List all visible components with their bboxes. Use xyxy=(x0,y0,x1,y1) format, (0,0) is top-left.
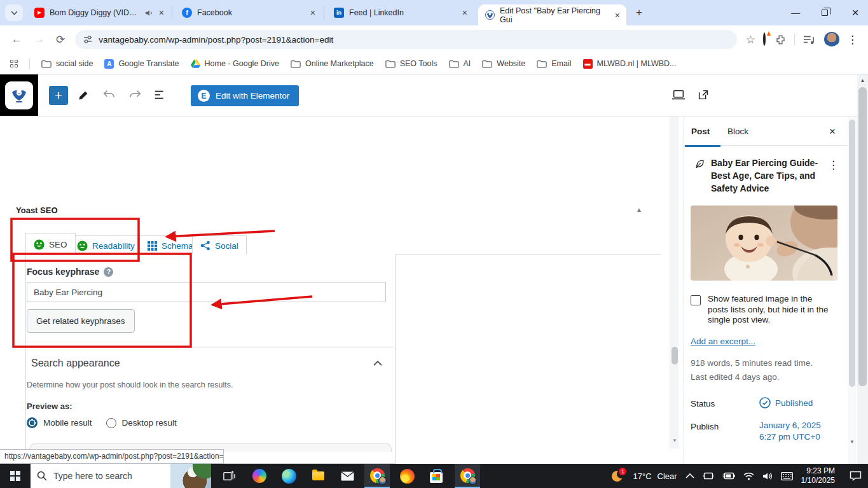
site-info-icon[interactable] xyxy=(83,34,93,45)
bookmark-google-translate[interactable]: A Google Translate xyxy=(104,59,179,69)
edit-with-elementor-button[interactable]: E Edit with Elementor xyxy=(191,85,299,106)
publish-date-link[interactable]: January 6, 2025 xyxy=(759,421,821,430)
extensions-puzzle-icon[interactable] xyxy=(775,34,787,46)
weather-temp[interactable]: 17°C xyxy=(633,471,651,481)
search-appearance-title[interactable]: Search appearance xyxy=(31,358,120,369)
bookmark-social-side[interactable]: social side xyxy=(41,59,93,68)
bookmark-email[interactable]: Email xyxy=(537,59,571,68)
url-text[interactable]: vantagebaby.com/wp-admin/post.php?post=2… xyxy=(99,35,333,45)
browser-menu-kebab-icon[interactable]: ⋮ xyxy=(847,33,858,46)
bookmark-ai[interactable]: AI xyxy=(449,59,471,68)
radio-desktop-result[interactable]: Desktop result xyxy=(106,418,177,428)
yoast-tab-readability[interactable]: Readability xyxy=(69,235,143,255)
site-logo[interactable] xyxy=(0,74,38,116)
get-related-keyphrases-button[interactable]: Get related keyphrases xyxy=(27,309,135,333)
scrollbar-thumb[interactable] xyxy=(672,347,678,365)
window-minimize-button[interactable]: — xyxy=(785,0,806,25)
scroll-down-icon[interactable]: ▼ xyxy=(848,439,857,445)
mail-button[interactable] xyxy=(334,464,360,488)
featured-image-checkbox-label[interactable]: Show featured image in the posts lists o… xyxy=(708,294,835,326)
status-value[interactable]: Published xyxy=(759,397,813,408)
microsoft-store-button[interactable] xyxy=(424,464,449,488)
battery-icon[interactable] xyxy=(722,472,735,480)
profile-avatar[interactable] xyxy=(824,32,839,47)
tab-facebook[interactable]: f Facebook × xyxy=(176,0,322,25)
scrollbar-thumb[interactable] xyxy=(849,120,855,387)
weather-moon-icon[interactable]: 1 xyxy=(612,470,624,482)
extension-flame-icon[interactable] xyxy=(763,34,766,45)
redo-icon[interactable] xyxy=(128,88,142,101)
chrome-profile2-button[interactable] xyxy=(455,464,480,488)
add-excerpt-link[interactable]: Add an excerpt... xyxy=(691,337,755,346)
yoast-tab-seo[interactable]: SEO xyxy=(25,233,76,255)
focus-keyphrase-input[interactable] xyxy=(27,282,386,302)
tab-close-icon[interactable]: × xyxy=(462,8,467,17)
audio-speaker-icon[interactable] xyxy=(145,9,154,17)
bookmark-online-marketplace[interactable]: Online Marketplace xyxy=(291,59,374,68)
copilot-button[interactable] xyxy=(247,464,272,488)
wifi-icon[interactable] xyxy=(743,472,754,480)
preview-external-icon[interactable] xyxy=(697,88,710,101)
radio-mobile-result[interactable]: Mobile result xyxy=(27,417,92,428)
start-button[interactable] xyxy=(0,464,31,488)
apps-grid-icon[interactable] xyxy=(10,60,18,67)
address-bar[interactable]: vantagebaby.com/wp-admin/post.php?post=2… xyxy=(75,30,737,49)
weather-condition[interactable]: Clear xyxy=(658,471,677,481)
window-restore-button[interactable] xyxy=(814,0,836,25)
tab-close-icon[interactable]: × xyxy=(310,8,315,17)
view-devices-icon[interactable] xyxy=(672,88,685,101)
chevron-up-icon[interactable] xyxy=(373,360,382,366)
list-view-icon[interactable] xyxy=(153,88,167,101)
screen-cast-icon[interactable] xyxy=(703,471,714,480)
tab-search-button[interactable] xyxy=(5,4,23,21)
yoast-metabox-title[interactable]: Yoast SEO xyxy=(16,206,58,215)
tools-pencil-icon[interactable] xyxy=(78,88,90,101)
file-explorer-button[interactable] xyxy=(305,464,331,488)
bookmark-google-drive[interactable]: Home - Google Drive xyxy=(191,59,279,68)
bookmark-website[interactable]: Website xyxy=(482,59,525,68)
featured-image[interactable] xyxy=(691,206,837,281)
bookmark-mlwbd[interactable]: ▬ MLWBD.nl | MLWBD... xyxy=(583,59,677,69)
tab-edit-post-active[interactable]: Edit Post "Baby Ear Piercing Gui × xyxy=(478,4,626,25)
tab-linkedin[interactable]: in Feed | LinkedIn × xyxy=(327,0,474,25)
tab-close-icon[interactable]: × xyxy=(615,11,620,20)
back-icon[interactable]: ← xyxy=(11,33,22,46)
tab-post[interactable]: Post xyxy=(691,127,710,136)
publish-time-link[interactable]: 6:27 pm UTC+0 xyxy=(759,432,820,442)
sidebar-scrollbar[interactable]: ▼ xyxy=(848,116,857,464)
chrome-profile1-button[interactable] xyxy=(364,464,390,488)
action-center-icon[interactable] xyxy=(850,471,862,481)
post-title[interactable]: Baby Ear Piercing Guide- Best Age, Care … xyxy=(711,157,823,195)
touch-keyboard-icon[interactable] xyxy=(781,472,793,480)
reading-list-icon[interactable] xyxy=(803,34,815,45)
close-sidebar-icon[interactable]: × xyxy=(829,125,836,138)
reload-icon[interactable]: ⟳ xyxy=(56,33,65,46)
window-close-button[interactable]: × xyxy=(844,0,866,25)
edge-button[interactable] xyxy=(276,464,301,488)
post-options-kebab-icon[interactable]: ⋮ xyxy=(828,158,839,172)
tab-block[interactable]: Block xyxy=(727,127,748,136)
taskbar-clock[interactable]: 9:23 PM 1/10/2025 xyxy=(801,466,835,485)
page-scrollbar[interactable]: ▲ xyxy=(857,74,868,464)
tab-close-icon[interactable]: × xyxy=(159,8,164,17)
tray-expand-chevron-icon[interactable] xyxy=(685,473,694,478)
firefox-button[interactable] xyxy=(394,464,420,488)
scroll-down-icon[interactable]: ▼ xyxy=(670,438,679,443)
block-inserter-button[interactable]: + xyxy=(49,86,68,105)
scrollbar-thumb[interactable] xyxy=(858,87,867,386)
content-scrollbar[interactable]: ▼ xyxy=(670,116,679,449)
task-view-button[interactable] xyxy=(216,464,242,488)
tab-youtube[interactable]: Bom Diggy Diggy (VIDEO) × xyxy=(28,0,170,25)
yoast-tab-social[interactable]: Social xyxy=(192,235,247,255)
forward-icon[interactable]: → xyxy=(34,33,45,46)
scroll-up-icon[interactable]: ▲ xyxy=(857,78,868,83)
bookmark-star-icon[interactable]: ☆ xyxy=(746,33,755,46)
featured-image-checkbox[interactable] xyxy=(691,295,701,305)
new-tab-button[interactable]: + xyxy=(632,6,646,20)
undo-icon[interactable] xyxy=(102,88,116,101)
metabox-collapse-icon[interactable]: ▲ xyxy=(636,206,642,213)
speaker-icon[interactable] xyxy=(762,472,773,480)
taskbar-search-box[interactable] xyxy=(31,464,211,488)
bookmark-seo-tools[interactable]: SEO Tools xyxy=(385,59,437,68)
help-icon[interactable]: ? xyxy=(104,267,113,277)
